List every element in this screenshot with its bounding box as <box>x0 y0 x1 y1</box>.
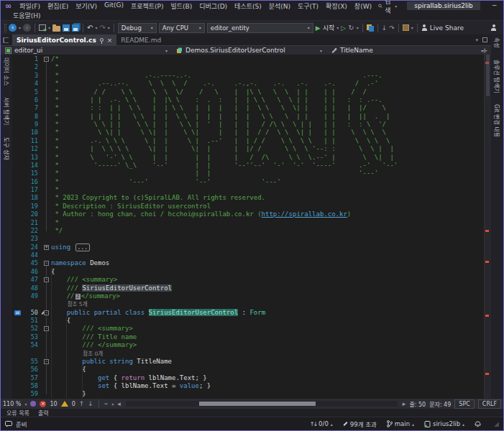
breakpoint-margin[interactable] <box>12 251 22 259</box>
breakpoint-margin[interactable] <box>12 309 22 317</box>
breakpoint-margin[interactable] <box>12 121 22 129</box>
tool-window-tab[interactable]: 속성 <box>493 37 501 48</box>
live-share-icon[interactable] <box>421 24 428 31</box>
breadcrumb-member[interactable]: TitleName ▾ <box>326 46 487 55</box>
save-all-icon[interactable] <box>72 24 79 32</box>
start-debug-icon[interactable]: ▶ <box>316 24 321 32</box>
error-count[interactable]: 10 <box>50 401 57 407</box>
breakpoint-margin[interactable] <box>12 358 22 366</box>
solution-configuration-combo[interactable]: Debug▾ <box>118 23 157 33</box>
breakpoint-margin[interactable] <box>12 194 22 202</box>
breakpoint-margin[interactable] <box>12 317 22 325</box>
breakpoint-margin[interactable] <box>12 276 22 284</box>
menu-item[interactable]: 도움말(H) <box>9 11 45 20</box>
start-debug-label[interactable]: 시작 <box>323 23 335 32</box>
breakpoint-margin[interactable] <box>12 186 22 194</box>
active-files-dropdown-icon[interactable]: ▾ <box>475 37 478 43</box>
close-tab-icon[interactable]: × <box>107 37 113 44</box>
breakpoint-margin[interactable] <box>12 341 22 349</box>
breakpoint-margin[interactable] <box>12 227 22 235</box>
document-list-icon[interactable] <box>3 37 9 43</box>
breakpoint-margin[interactable] <box>12 235 22 243</box>
redo-dropdown-icon[interactable]: ▾ <box>108 25 110 30</box>
breakpoint-margin[interactable] <box>12 325 22 333</box>
tool-window-tab[interactable]: 데이터 소스 <box>3 57 11 85</box>
window-layout-icon[interactable] <box>482 37 487 42</box>
feedback-icon[interactable] <box>5 421 12 427</box>
menu-item[interactable]: 보기(V) <box>72 1 101 11</box>
menu-item[interactable]: 빌드(B) <box>168 1 196 11</box>
codelens-references[interactable]: 참조 0개 <box>50 350 484 358</box>
navigate-back-icon[interactable]: ‹ <box>9 24 17 32</box>
resize-grip-icon[interactable]: ◢ <box>494 420 499 427</box>
menu-item[interactable]: 프로젝트(P) <box>127 1 168 11</box>
zoom-level[interactable]: 110 % <box>3 401 21 407</box>
menu-item[interactable]: 편집(E) <box>44 1 72 11</box>
sync-commits-button[interactable]: ↑↓ 0/0 ▴ <box>310 420 333 427</box>
solution-platform-combo[interactable]: Any CPU▾ <box>159 23 205 33</box>
spaces-indicator[interactable]: SPC <box>454 399 475 409</box>
step-over-icon[interactable]: ↷ <box>389 24 395 32</box>
minimize-button[interactable]: ─ <box>487 1 502 11</box>
account-icon[interactable] <box>490 24 497 31</box>
tool-window-tab[interactable]: 도구 상자 <box>3 137 11 160</box>
fold-marker[interactable]: - <box>44 359 49 364</box>
breakpoint-margin[interactable] <box>12 170 22 177</box>
hot-reload-dropdown-icon[interactable]: ▾ <box>357 25 359 30</box>
scroll-right-icon[interactable]: ▸ <box>403 400 406 407</box>
fold-marker[interactable]: - <box>44 57 49 62</box>
breakpoint-margin[interactable] <box>12 219 22 227</box>
breakpoint-margin[interactable] <box>12 104 22 112</box>
live-share-label[interactable]: Live Share <box>430 24 464 32</box>
menu-item[interactable]: 확장(X) <box>322 1 351 11</box>
panel-tab[interactable]: 출력 <box>38 409 49 417</box>
menu-item[interactable]: 테스트(S) <box>231 1 265 11</box>
document-tab[interactable]: SiriusEditorControl.cs× <box>12 34 116 45</box>
fold-marker[interactable]: - <box>44 261 49 266</box>
document-tab[interactable]: README.md <box>116 34 165 45</box>
breakpoint-margin[interactable] <box>12 292 22 300</box>
new-project-icon[interactable] <box>39 24 46 31</box>
bookmark-icon[interactable] <box>14 310 21 315</box>
breadcrumb-type[interactable]: Demos.SiriusEditorUserControl ▾ <box>172 46 326 55</box>
fold-marker[interactable]: - <box>44 310 49 315</box>
breakpoint-margin[interactable] <box>12 268 22 276</box>
code-cleanup-icon[interactable]: ⌁ <box>104 400 108 407</box>
prev-issue-icon[interactable]: ↑ <box>79 400 85 407</box>
breakpoint-margin[interactable] <box>12 154 22 162</box>
breakpoint-margin[interactable] <box>12 390 22 398</box>
breakpoint-margin[interactable] <box>12 210 22 218</box>
notification-bell-icon[interactable] <box>475 420 481 427</box>
start-dropdown-icon[interactable]: ▾ <box>336 25 339 30</box>
menu-item[interactable]: 창(W) <box>351 1 375 11</box>
breakpoint-margin[interactable] <box>12 366 22 374</box>
error-count-icon[interactable]: × <box>40 401 46 407</box>
breakpoint-margin[interactable] <box>12 55 22 63</box>
tool-window-tab[interactable]: Git 변경 내용 <box>493 104 501 137</box>
tool-window-tab[interactable]: 솔루션 탐색기 <box>493 60 501 93</box>
breakpoint-margin[interactable] <box>12 382 22 390</box>
menu-item[interactable]: 도구(T) <box>294 1 322 11</box>
save-icon[interactable] <box>63 24 70 32</box>
menu-item[interactable]: 디버그(D) <box>196 1 231 11</box>
breakpoint-margin[interactable] <box>12 284 22 292</box>
vertical-scrollbar[interactable] <box>484 55 491 399</box>
horizontal-scrollbar[interactable] <box>126 401 398 407</box>
menu-item[interactable]: Git(G) <box>101 1 127 11</box>
step-into-icon[interactable]: ↓ <box>382 24 388 32</box>
branch-button[interactable]: main ▴ <box>387 420 414 427</box>
fold-marker[interactable]: - <box>44 277 49 282</box>
breakpoint-margin[interactable] <box>12 88 22 96</box>
warning-count[interactable]: 0 <box>72 401 75 407</box>
breakpoint-margin[interactable] <box>12 300 22 308</box>
breakpoint-margin[interactable] <box>12 333 22 341</box>
redo-icon[interactable]: ↷ <box>99 24 105 32</box>
breakpoint-margin[interactable] <box>12 96 22 104</box>
pending-edits-button[interactable]: 99개 초과 <box>343 420 377 428</box>
line-ending-indicator[interactable]: CRLF <box>478 399 501 409</box>
menu-item[interactable]: 파일(F) <box>16 1 44 11</box>
toolbar-grip[interactable] <box>4 24 6 32</box>
fold-marker[interactable]: - <box>44 326 49 331</box>
next-issue-icon[interactable]: ↓ <box>88 400 93 407</box>
hot-reload-icon[interactable]: ↻ <box>348 24 354 32</box>
